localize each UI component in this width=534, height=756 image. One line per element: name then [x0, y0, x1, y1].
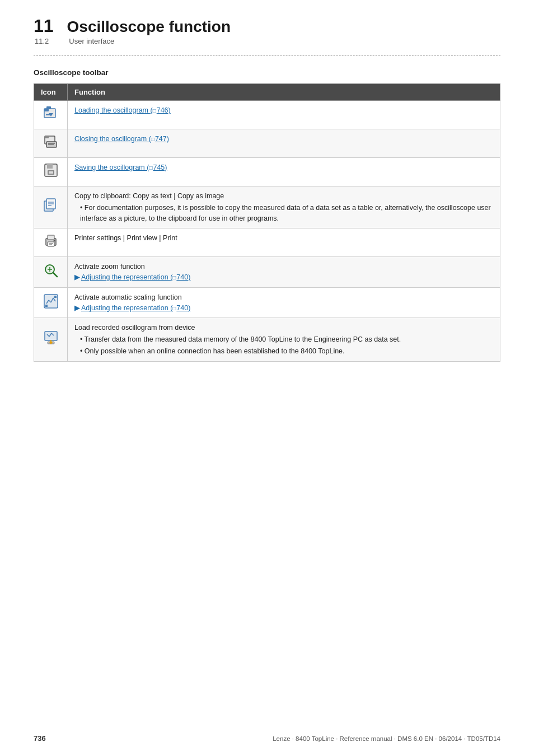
svg-rect-34 [54, 296, 57, 298]
function-link[interactable]: Closing the oscillogram (□747) [74, 135, 169, 143]
svg-rect-5 [45, 136, 49, 138]
zoom-icon [34, 257, 68, 288]
svg-point-21 [53, 240, 55, 242]
svg-rect-35 [45, 332, 57, 340]
table-row: Activate automatic scaling function▶Adju… [34, 287, 500, 318]
function-text: Activate automatic scaling function [74, 293, 182, 301]
table-row: Load recorded oscillogram from device• T… [34, 318, 500, 361]
page-number: 736 [34, 734, 46, 743]
function-cell: Closing the oscillogram (□747) [68, 129, 500, 158]
function-cell: Activate zoom function▶Adjusting the rep… [68, 257, 500, 288]
function-text: Load recorded oscillogram from device [74, 324, 195, 332]
col-header-icon: Icon [34, 84, 68, 101]
function-cell: Saving the oscillogram (□745) [68, 158, 500, 186]
table-row: Saving the oscillogram (□745) [34, 158, 500, 186]
page-footer: 736 Lenze · 8400 TopLine · Reference man… [34, 734, 500, 743]
function-cell: Loading the oscillogram (□746) [68, 101, 500, 129]
close-oscilloscope-icon [34, 129, 68, 158]
table-row: Printer settings | Print view | Print [34, 228, 500, 257]
page-header: 11 Oscilloscope function 11.2 User inter… [34, 17, 500, 45]
function-bullet: • Transfer data from the measured data m… [80, 334, 493, 345]
section-number: 11.2 [35, 37, 49, 45]
table-row: Copy to clipboard: Copy as text | Copy a… [34, 186, 500, 228]
save-oscilloscope-icon [34, 158, 68, 186]
function-link[interactable]: Loading the oscillogram (□746) [74, 106, 171, 114]
page-container: 11 Oscilloscope function 11.2 User inter… [0, 0, 534, 756]
function-link[interactable]: Saving the oscillogram (□745) [74, 164, 167, 171]
svg-rect-33 [45, 305, 48, 307]
svg-rect-3 [46, 114, 51, 115]
table-row: Closing the oscillogram (□747) [34, 129, 500, 158]
function-cell: Load recorded oscillogram from device• T… [68, 318, 500, 361]
table-row: Activate zoom function▶Adjusting the rep… [34, 257, 500, 288]
svg-rect-19 [48, 235, 54, 240]
table-row: Loading the oscillogram (□746) [34, 101, 500, 129]
function-arrow-link[interactable]: ▶Adjusting the representation (□740) [74, 303, 493, 314]
svg-rect-12 [49, 171, 53, 174]
section-label: User interface [69, 37, 114, 45]
copy-clipboard-icon [34, 186, 68, 228]
toolbar-section-label: Oscilloscope toolbar [34, 68, 500, 77]
col-header-function: Function [68, 84, 500, 101]
load-device-icon [34, 318, 68, 361]
svg-line-25 [53, 273, 57, 277]
function-cell: Copy to clipboard: Copy as text | Copy a… [68, 186, 500, 228]
function-cell: Activate automatic scaling function▶Adju… [68, 287, 500, 318]
function-bullet: • Only possible when an online connectio… [80, 346, 493, 357]
function-text: Activate zoom function [74, 263, 145, 270]
svg-rect-2 [46, 106, 51, 109]
function-text: Printer settings | Print view | Print [74, 234, 177, 242]
chapter-title: Oscilloscope function [67, 19, 231, 35]
svg-rect-20 [48, 242, 54, 246]
function-text: Copy to clipboard: Copy as text | Copy a… [74, 192, 224, 200]
function-bullet: • For documentation purposes, it is poss… [80, 203, 493, 224]
svg-rect-10 [47, 164, 53, 169]
footer-text: Lenze · 8400 TopLine · Reference manual … [273, 735, 500, 742]
open-oscilloscope-icon [34, 101, 68, 129]
function-cell: Printer settings | Print view | Print [68, 228, 500, 257]
autoscale-icon [34, 287, 68, 318]
print-icon [34, 228, 68, 257]
chapter-number: 11 [34, 17, 54, 35]
oscilloscope-toolbar-table: Icon Function Loading the oscillogram (□… [34, 83, 500, 362]
section-divider [34, 55, 500, 56]
function-arrow-link[interactable]: ▶Adjusting the representation (□740) [74, 272, 493, 283]
